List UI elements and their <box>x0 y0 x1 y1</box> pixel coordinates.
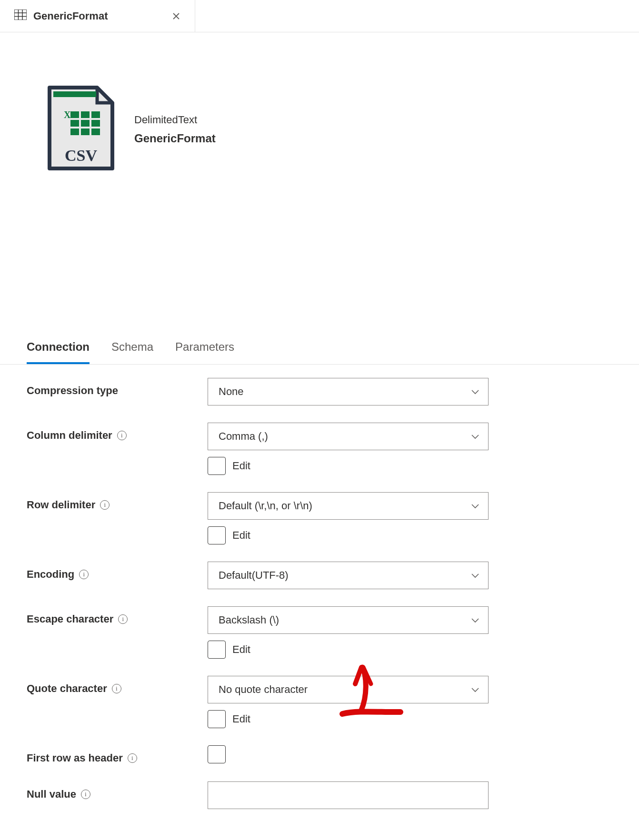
editor-tab-title: GenericFormat <box>33 10 108 22</box>
select-compression-type[interactable]: None <box>208 378 489 405</box>
svg-rect-5 <box>53 91 96 97</box>
connection-form: Compression type None Column delimiter i… <box>0 365 639 840</box>
label-quote-character: Quote character i <box>27 676 208 695</box>
select-encoding[interactable]: Default(UTF-8) <box>208 562 489 589</box>
svg-rect-8 <box>91 111 100 118</box>
select-column-delimiter[interactable]: Comma (,) <box>208 423 489 450</box>
tab-schema[interactable]: Schema <box>111 331 153 364</box>
editor-tabbar: GenericFormat <box>0 0 639 32</box>
info-icon[interactable]: i <box>112 684 121 693</box>
label-escape-character: Escape character i <box>27 606 208 625</box>
svg-rect-11 <box>91 120 100 127</box>
detail-tabs: Connection Schema Parameters <box>0 331 639 365</box>
chevron-down-icon <box>471 430 479 443</box>
select-row-delimiter[interactable]: Default (\r,\n, or \r\n) <box>208 492 489 520</box>
select-row-delimiter-value: Default (\r,\n, or \r\n) <box>219 500 312 512</box>
label-first-row-header: First row as header i <box>27 745 208 764</box>
svg-rect-0 <box>14 10 27 20</box>
info-icon[interactable]: i <box>128 753 137 763</box>
editor-tab-genericformat[interactable]: GenericFormat <box>0 0 195 32</box>
select-escape-character[interactable]: Backslash (\) <box>208 606 489 634</box>
csv-file-icon: X CSV <box>46 85 116 174</box>
svg-text:X: X <box>64 109 71 120</box>
info-icon[interactable]: i <box>100 500 110 510</box>
label-encoding: Encoding i <box>27 562 208 581</box>
info-icon[interactable]: i <box>117 431 127 440</box>
chevron-down-icon <box>471 500 479 512</box>
checkbox-edit-column-delimiter[interactable] <box>208 457 226 475</box>
dataset-name-label: GenericFormat <box>134 132 216 145</box>
input-null-value[interactable] <box>208 781 489 809</box>
info-icon[interactable]: i <box>81 790 90 799</box>
svg-rect-10 <box>81 120 90 127</box>
select-column-delimiter-value: Comma (,) <box>219 430 268 443</box>
svg-rect-9 <box>70 120 79 127</box>
label-column-delimiter: Column delimiter i <box>27 423 208 442</box>
chevron-down-icon <box>471 385 479 398</box>
edit-label: Edit <box>232 643 250 656</box>
svg-rect-13 <box>81 128 90 135</box>
svg-rect-7 <box>81 111 90 118</box>
select-escape-character-value: Backslash (\) <box>219 614 279 626</box>
svg-rect-6 <box>70 111 79 118</box>
chevron-down-icon <box>471 683 479 696</box>
info-icon[interactable]: i <box>79 570 89 579</box>
table-icon <box>14 10 27 22</box>
tab-connection[interactable]: Connection <box>27 331 90 364</box>
chevron-down-icon <box>471 614 479 626</box>
checkbox-edit-quote-character[interactable] <box>208 710 226 728</box>
edit-label: Edit <box>232 529 250 542</box>
svg-rect-14 <box>91 128 100 135</box>
checkbox-first-row-header[interactable] <box>208 745 226 763</box>
checkbox-edit-row-delimiter[interactable] <box>208 526 226 544</box>
edit-label: Edit <box>232 713 250 725</box>
select-encoding-value: Default(UTF-8) <box>219 569 289 582</box>
select-compression-type-value: None <box>219 385 244 398</box>
label-compression-type: Compression type <box>27 378 208 397</box>
svg-text:CSV: CSV <box>65 147 97 164</box>
svg-rect-12 <box>70 128 79 135</box>
tab-parameters[interactable]: Parameters <box>175 331 234 364</box>
checkbox-edit-escape-character[interactable] <box>208 641 226 659</box>
label-null-value: Null value i <box>27 781 208 800</box>
select-quote-character[interactable]: No quote character <box>208 676 489 703</box>
close-icon[interactable] <box>171 11 181 21</box>
dataset-type-label: DelimitedText <box>134 114 216 126</box>
info-icon[interactable]: i <box>118 614 128 624</box>
label-row-delimiter: Row delimiter i <box>27 492 208 511</box>
chevron-down-icon <box>471 569 479 582</box>
select-quote-character-value: No quote character <box>219 683 308 696</box>
edit-label: Edit <box>232 460 250 472</box>
